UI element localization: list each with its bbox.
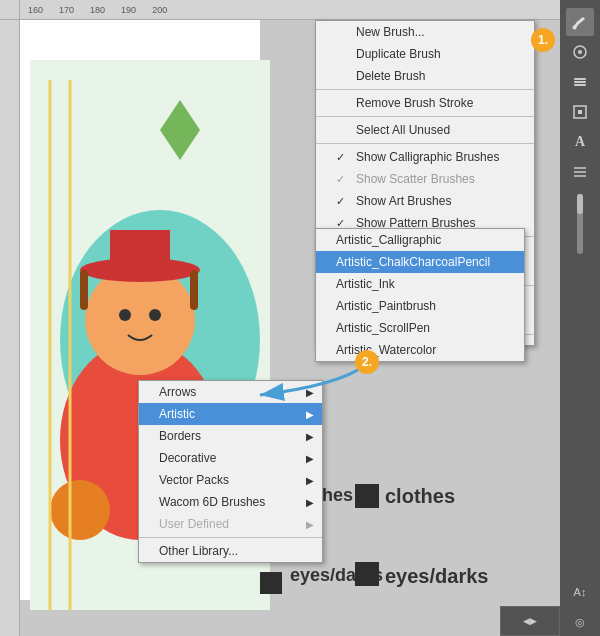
svg-rect-7	[80, 270, 88, 310]
sub2-ink[interactable]: Artistic_Ink	[316, 273, 524, 295]
selection-icon[interactable]	[566, 38, 594, 66]
svg-rect-21	[578, 110, 582, 114]
clothes-canvas-label: clothes	[385, 485, 455, 508]
swatch-eyes	[355, 562, 379, 586]
svg-point-14	[573, 26, 577, 30]
type-icon-2[interactable]: A↕	[566, 578, 594, 606]
special-icon[interactable]: ◎	[566, 608, 594, 636]
svg-rect-17	[574, 78, 586, 80]
type-icon[interactable]: A	[566, 128, 594, 156]
eyes-darks-canvas-label: eyes/darks	[385, 565, 488, 588]
ruler-tick: 180	[82, 5, 113, 15]
layers-icon[interactable]	[566, 68, 594, 96]
submenu-arrow-borders: ▶	[306, 431, 314, 442]
ruler-corner	[0, 0, 20, 20]
menu-item-delete-brush[interactable]: Delete Brush	[316, 65, 534, 87]
sub1-other-library[interactable]: Other Library...	[139, 540, 322, 562]
sub1-artistic[interactable]: Artistic ▶	[139, 403, 322, 425]
context-menu-sub2: Artistic_Calligraphic Artistic_ChalkChar…	[315, 228, 525, 362]
sub1-wacom[interactable]: Wacom 6D Brushes ▶	[139, 491, 322, 513]
menu-item-duplicate-brush[interactable]: Duplicate Brush	[316, 43, 534, 65]
sub1-arrows[interactable]: Arrows ▶	[139, 381, 322, 403]
ruler-tick: 200	[144, 5, 175, 15]
ruler-left	[0, 20, 20, 636]
svg-rect-8	[190, 270, 198, 310]
svg-point-9	[119, 309, 131, 321]
svg-rect-19	[574, 84, 586, 86]
separator-3	[316, 143, 534, 144]
sub1-borders[interactable]: Borders ▶	[139, 425, 322, 447]
sub1-separator	[139, 537, 322, 538]
sub1-vector-packs[interactable]: Vector Packs ▶	[139, 469, 322, 491]
sub1-decorative[interactable]: Decorative ▶	[139, 447, 322, 469]
align-icon[interactable]	[566, 158, 594, 186]
brush-tool-icon[interactable]	[566, 8, 594, 36]
menu-item-show-scatter[interactable]: ✓ Show Scatter Brushes	[316, 168, 534, 190]
submenu-arrow-decorative: ▶	[306, 453, 314, 464]
menu-item-new-brush[interactable]: New Brush...	[316, 21, 534, 43]
menu-item-show-calligraphic[interactable]: ✓ Show Calligraphic Brushes	[316, 146, 534, 168]
separator-2	[316, 116, 534, 117]
transform-icon[interactable]	[566, 98, 594, 126]
sub1-user-defined: User Defined ▶	[139, 513, 322, 535]
sub2-watercolor[interactable]: Artistic_Watercolor	[316, 339, 524, 361]
svg-rect-18	[574, 81, 586, 83]
menu-item-show-art[interactable]: ✓ Show Art Brushes	[316, 190, 534, 212]
sub2-paintbrush[interactable]: Artistic_Paintbrush	[316, 295, 524, 317]
context-menu-sub1: Arrows ▶ Artistic ▶ Borders ▶ Decorative…	[138, 380, 323, 563]
submenu-arrow-artistic: ▶	[306, 409, 314, 420]
svg-point-10	[149, 309, 161, 321]
sub2-scroll-pen[interactable]: Artistic_ScrollPen	[316, 317, 524, 339]
sub2-calligraphic[interactable]: Artistic_Calligraphic	[316, 229, 524, 251]
svg-rect-6	[110, 230, 170, 275]
submenu-arrow-vector: ▶	[306, 475, 314, 486]
color-swatch-eyes	[260, 572, 282, 594]
ruler-tick: 190	[113, 5, 144, 15]
ruler-top: 160 170 180 190 200	[20, 0, 560, 20]
swatch-clothes	[355, 484, 379, 508]
separator-1	[316, 89, 534, 90]
sub2-chalk-charcoal[interactable]: Artistic_ChalkCharcoalPencil	[316, 251, 524, 273]
submenu-arrow-user: ▶	[306, 519, 314, 530]
svg-point-16	[578, 50, 582, 54]
scrollbar-area	[566, 210, 594, 238]
menu-item-remove-brush-stroke[interactable]: Remove Brush Stroke	[316, 92, 534, 114]
preview-panel: ◀▶	[500, 606, 560, 636]
svg-point-11	[50, 480, 110, 540]
submenu-arrow-wacom: ▶	[306, 497, 314, 508]
menu-item-select-all-unused[interactable]: Select All Unused	[316, 119, 534, 141]
ruler-tick: 170	[51, 5, 82, 15]
right-panel: A A↕ ◎	[560, 0, 600, 636]
ruler-tick: 160	[20, 5, 51, 15]
submenu-arrow-arrows: ▶	[306, 387, 314, 398]
